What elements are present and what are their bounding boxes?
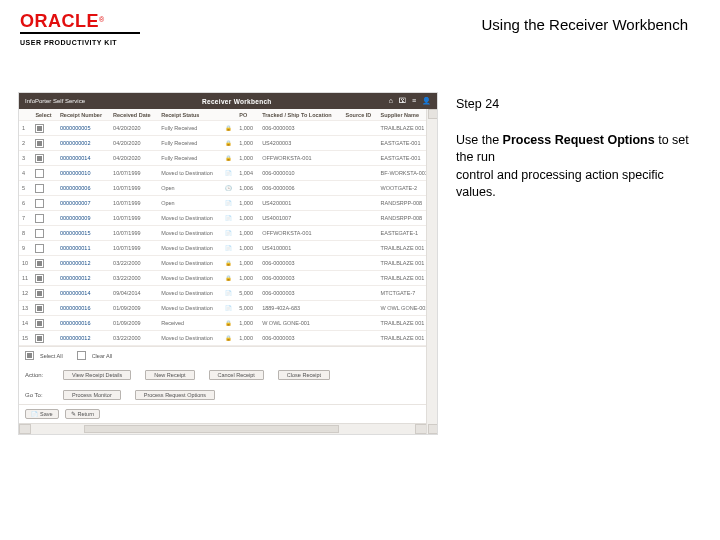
row-checkbox[interactable] [35,244,44,253]
row-checkbox[interactable] [35,214,44,223]
row-select[interactable] [32,271,57,286]
table-row[interactable]: 8000000001510/07/1999Moved to Destinatio… [19,226,437,241]
view-details-button[interactable]: View Receipt Details [63,370,131,380]
table-row[interactable]: 1000000000504/20/2020Fully Received🔒1,00… [19,121,437,136]
row-checkbox[interactable] [35,334,44,343]
new-receipt-button[interactable]: New Receipt [145,370,194,380]
row-receipt-number[interactable]: 0000000014 [57,286,110,301]
row-receipt-number[interactable]: 0000000012 [57,271,110,286]
table-row[interactable]: 13000000001601/09/2009Moved to Destinati… [19,301,437,316]
row-status-icon: 🔒 [222,136,236,151]
row-receipt-number[interactable]: 0000000014 [57,151,110,166]
process-request-options-link[interactable]: Process Request Options [135,390,215,400]
table-row[interactable]: 6000000000710/07/1999Open📄1,000US4200001… [19,196,437,211]
table-row[interactable]: 9000000001110/07/1999Moved to Destinatio… [19,241,437,256]
row-po-qty: 1,000 [236,211,259,226]
row-src [343,256,378,271]
user-icon[interactable]: 👤 [422,97,431,105]
row-receipt-number[interactable]: 0000000010 [57,166,110,181]
row-checkbox[interactable] [35,229,44,238]
table-row[interactable]: 7000000000910/07/1999Moved to Destinatio… [19,211,437,226]
table-row[interactable]: 3000000001404/20/2020Fully Received🔒1,00… [19,151,437,166]
row-checkbox[interactable] [35,169,44,178]
close-receipt-button[interactable]: Close Receipt [278,370,330,380]
row-select[interactable] [32,316,57,331]
row-receipt-number[interactable]: 0000000005 [57,121,110,136]
row-select[interactable] [32,151,57,166]
row-num: 2 [19,136,32,151]
clear-all-label[interactable]: Clear All [92,353,112,359]
row-checkbox[interactable] [35,304,44,313]
horizontal-scrollbar[interactable] [19,423,427,434]
col-receipt[interactable]: Receipt Number [57,109,110,121]
table-row[interactable]: 11000000001203/22/2000Moved to Destinati… [19,271,437,286]
table-row[interactable]: 4000000001010/07/1999Moved to Destinatio… [19,166,437,181]
table-row[interactable]: 2000000000204/20/2020Fully Received🔒1,00… [19,136,437,151]
row-receipt-number[interactable]: 0000000016 [57,316,110,331]
menu-icon[interactable]: ≡ [412,97,416,105]
goto-label: Go To: [25,392,63,398]
row-receipt-number[interactable]: 0000000002 [57,136,110,151]
row-date: 10/07/1999 [110,241,158,256]
col-status[interactable]: Receipt Status [158,109,222,121]
row-select[interactable] [32,331,57,346]
col-src[interactable]: Source ID [343,109,378,121]
vertical-scrollbar[interactable] [426,109,437,434]
col-date[interactable]: Received Date [110,109,158,121]
row-src [343,211,378,226]
row-select[interactable] [32,181,57,196]
row-receipt-number[interactable]: 0000000016 [57,301,110,316]
row-checkbox[interactable] [35,154,44,163]
col-po[interactable]: PO [236,109,259,121]
hscroll-left-button[interactable] [19,424,31,434]
col-select[interactable]: Select [32,109,57,121]
key-icon[interactable]: ⚿ [399,97,406,105]
home-icon[interactable]: ⌂ [389,97,393,105]
row-checkbox[interactable] [35,184,44,193]
row-receipt-number[interactable]: 0000000015 [57,226,110,241]
row-src [343,271,378,286]
row-checkbox[interactable] [35,289,44,298]
row-receipt-number[interactable]: 0000000009 [57,211,110,226]
doc-header: ORACLE® USER PRODUCTIVITY KIT Using the … [0,0,720,52]
row-receipt-number[interactable]: 0000000012 [57,331,110,346]
table-row[interactable]: 15000000001203/22/2000Moved to Destinati… [19,331,437,346]
row-select[interactable] [32,121,57,136]
row-checkbox[interactable] [35,199,44,208]
clear-all-checkbox[interactable] [77,351,86,360]
table-row[interactable]: 12000000001409/04/2014Moved to Destinati… [19,286,437,301]
row-receipt-number[interactable]: 0000000007 [57,196,110,211]
row-checkbox[interactable] [35,319,44,328]
process-monitor-link[interactable]: Process Monitor [63,390,121,400]
row-checkbox[interactable] [35,274,44,283]
row-select[interactable] [32,166,57,181]
row-date: 10/07/1999 [110,211,158,226]
row-select[interactable] [32,226,57,241]
row-select[interactable] [32,196,57,211]
row-select[interactable] [32,256,57,271]
select-all-checkbox[interactable] [25,351,34,360]
hscroll-thumb[interactable] [84,425,339,433]
table-header: Select Receipt Number Received Date Rece… [19,109,437,121]
table-row[interactable]: 14000000001601/09/2009Received🔒1,000W OW… [19,316,437,331]
row-checkbox[interactable] [35,139,44,148]
row-ship: OFFWORKSTA-001 [259,226,342,241]
row-receipt-number[interactable]: 0000000006 [57,181,110,196]
row-select[interactable] [32,241,57,256]
row-select[interactable] [32,211,57,226]
row-checkbox[interactable] [35,124,44,133]
save-button[interactable]: 📄 Save [25,409,59,419]
row-select[interactable] [32,136,57,151]
cancel-receipt-button[interactable]: Cancel Receipt [209,370,264,380]
select-all-label[interactable]: Select All [40,353,63,359]
return-button[interactable]: ✎ Return [65,409,101,419]
table-row[interactable]: 10000000001203/22/2000Moved to Destinati… [19,256,437,271]
table-row[interactable]: 5000000000610/07/1999Open🕓1,006006-00000… [19,181,437,196]
col-ship[interactable]: Tracked / Ship To Location [259,109,342,121]
row-select[interactable] [32,286,57,301]
row-receipt-number[interactable]: 0000000012 [57,256,110,271]
row-select[interactable] [32,301,57,316]
row-checkbox[interactable] [35,259,44,268]
action-row: Action: View Receipt Details New Receipt… [19,364,437,384]
row-receipt-number[interactable]: 0000000011 [57,241,110,256]
